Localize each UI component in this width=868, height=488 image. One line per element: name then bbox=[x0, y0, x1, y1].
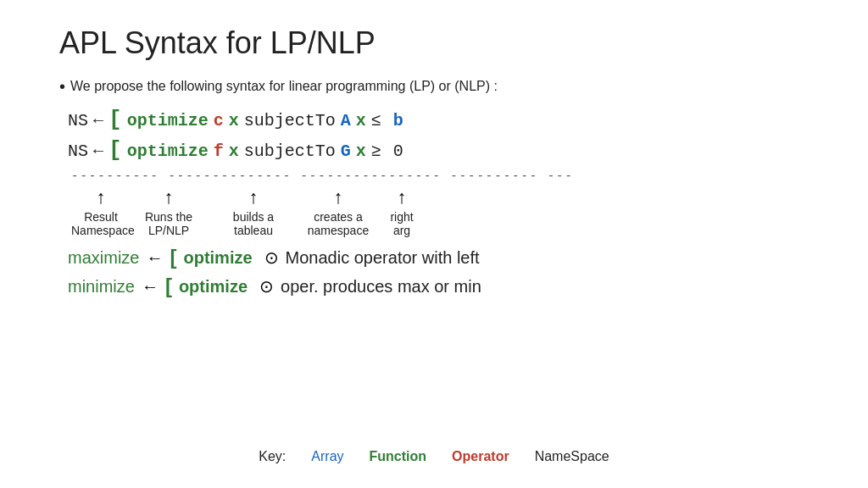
label-builds: builds a bbox=[207, 210, 300, 224]
dashes: ---------- -------------- --------------… bbox=[71, 169, 809, 183]
bullet-text: We propose the following syntax for line… bbox=[70, 79, 498, 94]
minimize-bracket: [ bbox=[165, 274, 172, 298]
minimize-arrow: ← bbox=[142, 277, 159, 297]
key-operator: Operator bbox=[452, 449, 509, 464]
ns1-b: b bbox=[393, 111, 403, 130]
ns1-arrow: ← bbox=[93, 111, 103, 130]
ns1-bracket: [ bbox=[108, 107, 122, 132]
label-lp: LP/NLP bbox=[131, 224, 207, 237]
ns1-optimize: optimize bbox=[127, 111, 209, 130]
ns1-x2: x bbox=[356, 111, 366, 130]
key-array: Array bbox=[311, 449, 343, 464]
ns2-geq: ≥ bbox=[371, 141, 381, 161]
ns1-c: c bbox=[214, 111, 224, 130]
key-function: Function bbox=[370, 449, 427, 464]
slide: APL Syntax for LP/NLP • We propose the f… bbox=[0, 0, 868, 488]
label-creates: creates a bbox=[300, 210, 376, 224]
ns1-subjectTo: subjectTo bbox=[244, 111, 336, 130]
label-result: Result bbox=[71, 210, 131, 224]
minimize-desc: oper. produces max or min bbox=[281, 277, 481, 297]
minimize-line: minimize ← [ optimize ⊙ oper. produces m… bbox=[68, 274, 809, 298]
ns2-G: G bbox=[341, 141, 351, 161]
arrow-1: ↑ bbox=[71, 186, 131, 208]
label-tableau: tableau bbox=[207, 224, 300, 237]
ns2-x2: x bbox=[356, 141, 366, 161]
maximize-bracket: [ bbox=[170, 246, 176, 269]
minimize-word: minimize bbox=[68, 277, 135, 297]
ns2-subjectTo: subjectTo bbox=[244, 141, 336, 161]
arrow-2: ↑ bbox=[131, 186, 207, 208]
minimize-optimize: optimize bbox=[179, 277, 248, 297]
key-row: Key: Array Function Operator NameSpace bbox=[0, 449, 868, 464]
arrow-5: ↑ bbox=[376, 186, 427, 208]
ns2-zero: 0 bbox=[393, 141, 403, 161]
ns1-A: A bbox=[341, 111, 351, 130]
arrows-row: ↑ ↑ ↑ ↑ ↑ bbox=[71, 186, 809, 208]
label-namespace2: namespace bbox=[300, 224, 376, 237]
ns2-optimize: optimize bbox=[127, 141, 209, 161]
ns2-ns: NS bbox=[68, 141, 88, 161]
bullet-line: • We propose the following syntax for li… bbox=[59, 78, 809, 95]
arrow-4: ↑ bbox=[300, 186, 376, 208]
minimize-circle: ⊙ bbox=[259, 276, 274, 297]
key-label: Key: bbox=[259, 449, 286, 464]
ns2-x: x bbox=[229, 141, 239, 161]
arrow-3: ↑ bbox=[207, 186, 300, 208]
ns1-x: x bbox=[229, 111, 239, 130]
ns-line-2: NS ← [ optimize f x subjectTo G x ≥ 0 bbox=[68, 137, 809, 163]
ns2-bracket: [ bbox=[108, 137, 122, 163]
maximize-line: maximize ← [ optimize ⊙ Monadic operator… bbox=[68, 246, 809, 269]
bullet-dot: • bbox=[59, 78, 65, 95]
label-namespace: Namespace bbox=[71, 224, 131, 237]
ns2-f: f bbox=[214, 141, 224, 161]
maximize-word: maximize bbox=[68, 248, 139, 268]
ns2-arrow: ← bbox=[93, 141, 103, 161]
labels-row1: Result Runs the builds a creates a right bbox=[71, 210, 809, 224]
labels-row2: Namespace LP/NLP tableau namespace arg bbox=[71, 224, 809, 237]
label-right: right bbox=[376, 210, 427, 224]
slide-title: APL Syntax for LP/NLP bbox=[59, 25, 809, 61]
maximize-desc: Monadic operator with left bbox=[286, 248, 480, 268]
label-arg: arg bbox=[376, 224, 427, 237]
key-namespace: NameSpace bbox=[535, 449, 609, 464]
ns1-ns: NS bbox=[68, 111, 88, 130]
maximize-optimize: optimize bbox=[183, 248, 252, 268]
ns-line-1: NS ← [ optimize c x subjectTo A x ≤ b bbox=[68, 107, 809, 132]
maximize-arrow: ← bbox=[146, 248, 163, 268]
maximize-circle: ⊙ bbox=[264, 247, 279, 268]
label-runs: Runs the bbox=[131, 210, 207, 224]
ns1-leq: ≤ bbox=[371, 111, 381, 130]
